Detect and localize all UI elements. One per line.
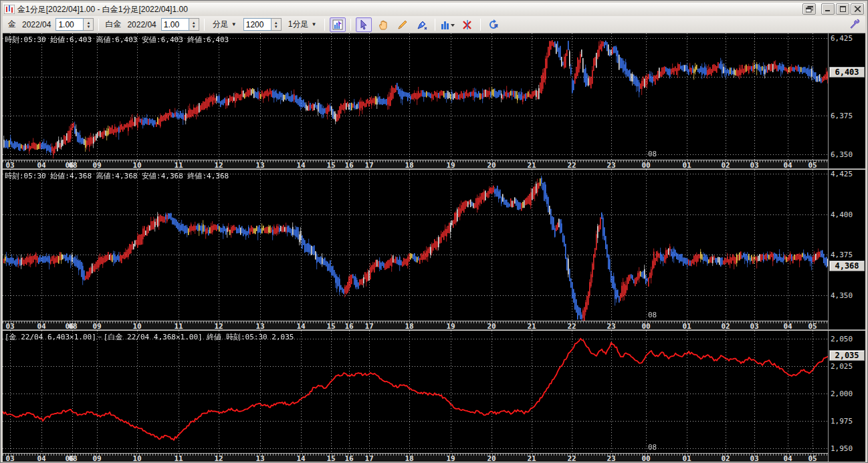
time-label: 05 bbox=[808, 454, 817, 462]
platinum-time-axis: 0304060809101112131415161718192021222300… bbox=[3, 321, 829, 329]
price-axis-label: 6,425 bbox=[831, 34, 853, 43]
bar-count-spin-buttons[interactable]: ▲▼ bbox=[272, 18, 282, 31]
time-label: 20 bbox=[487, 322, 496, 329]
time-label: 13 bbox=[255, 322, 264, 329]
close-button[interactable] bbox=[851, 3, 864, 15]
spread-chart-panel: [金 22/04 6,403×1.00]－[白金 22/04 4,368×1.0… bbox=[3, 331, 865, 462]
clear-indicators-button[interactable] bbox=[459, 17, 475, 32]
time-label: 03 bbox=[750, 454, 758, 462]
time-label: 05 bbox=[808, 161, 817, 168]
time-label: 00 bbox=[641, 161, 650, 168]
time-label: 17 bbox=[364, 454, 373, 462]
interval-type-label: 分足 bbox=[213, 19, 229, 30]
platinum-multiplier-spinner: ▲▼ bbox=[161, 18, 199, 31]
time-label: 08 bbox=[68, 454, 77, 462]
time-label: 14 bbox=[296, 454, 305, 462]
time-label: 20 bbox=[487, 161, 496, 168]
time-label: 22 bbox=[567, 161, 576, 168]
pan-tool-button[interactable] bbox=[375, 17, 391, 32]
toolbar-separator bbox=[435, 19, 435, 31]
spin-down-icon[interactable]: ▼ bbox=[86, 25, 90, 29]
close-icon bbox=[855, 6, 861, 12]
draw-line-button[interactable] bbox=[395, 17, 411, 32]
toolbar-separator bbox=[480, 19, 481, 31]
platinum-price-axis: 4,368 4,4254,4004,3754,350 bbox=[828, 170, 865, 329]
time-label: 17 bbox=[364, 322, 373, 329]
spread-chart-canvas[interactable] bbox=[3, 331, 829, 453]
minimize-icon bbox=[825, 6, 831, 12]
chart-cursor-tool-button[interactable] bbox=[330, 17, 346, 32]
spin-down-icon[interactable]: ▼ bbox=[192, 25, 196, 29]
gold-time-axis: 0304060809101112131415161718192021222300… bbox=[3, 160, 829, 168]
time-label: 09 bbox=[92, 161, 101, 168]
chart-style-button[interactable] bbox=[440, 17, 456, 32]
timeframe-dropdown[interactable]: 1分足 ▼ bbox=[285, 17, 320, 31]
price-axis-label: 4,375 bbox=[831, 251, 853, 259]
chevron-down-icon: ▼ bbox=[231, 21, 237, 27]
time-label: 23 bbox=[607, 322, 615, 329]
select-tool-button[interactable] bbox=[356, 17, 372, 32]
platinum-symbol-label: 白金 bbox=[104, 19, 122, 30]
pencil-icon bbox=[397, 19, 408, 30]
time-label: 18 bbox=[405, 322, 413, 329]
time-label: 23 bbox=[607, 161, 615, 168]
interval-type-dropdown[interactable]: 分足 ▼ bbox=[209, 17, 240, 31]
time-label: 03 bbox=[750, 161, 758, 168]
settings-wrench-icon[interactable] bbox=[849, 19, 860, 31]
minimize-button[interactable] bbox=[821, 3, 835, 15]
time-label: 04 bbox=[37, 454, 45, 462]
gold-contract-month[interactable]: 2022/04 bbox=[21, 20, 52, 29]
bar-style-icon bbox=[441, 19, 455, 30]
chevron-down-icon: ▼ bbox=[311, 21, 316, 27]
toolbar: 金 2022/04 ▲▼ 白金 2022/04 ▲▼ 分足 ▼ ▲▼ 1分足 ▼ bbox=[3, 16, 865, 33]
gold-multiplier-input[interactable] bbox=[56, 18, 84, 31]
price-axis-label: 6,350 bbox=[831, 150, 853, 159]
annotation-pen-button[interactable] bbox=[414, 17, 430, 32]
platinum-multiplier-input[interactable] bbox=[161, 18, 189, 31]
gold-last-price-badge: 6,403 bbox=[829, 67, 865, 78]
maximize-button[interactable] bbox=[836, 3, 849, 15]
platinum-chart-canvas[interactable] bbox=[3, 170, 829, 321]
pan-hand-icon bbox=[378, 19, 389, 30]
spin-down-icon[interactable]: ▼ bbox=[274, 25, 278, 29]
time-label: 05 bbox=[808, 322, 817, 329]
time-label: 11 bbox=[174, 322, 183, 329]
refresh-button[interactable]: R bbox=[485, 17, 502, 32]
time-label: 04 bbox=[783, 161, 792, 168]
svg-text:R: R bbox=[494, 23, 498, 29]
time-label: 12 bbox=[214, 161, 223, 168]
pen-tool-icon bbox=[417, 19, 427, 30]
time-label: 21 bbox=[527, 454, 536, 462]
gold-price-axis: 6,403 6,4256,3756,350 bbox=[828, 33, 865, 168]
platinum-contract-month[interactable]: 2022/04 bbox=[126, 20, 157, 29]
time-label: 19 bbox=[446, 454, 455, 462]
platinum-multiplier-spin-buttons[interactable]: ▲▼ bbox=[189, 18, 199, 31]
time-label: 10 bbox=[132, 322, 141, 329]
time-label: 01 bbox=[682, 161, 691, 168]
app-candlestick-icon bbox=[4, 5, 15, 14]
title-bar[interactable]: 金1分足[2022/04]1.00 - 白金1分足[2022/04]1.00 bbox=[3, 3, 865, 16]
platinum-ohlc-readout: 時刻:05:30 始値:4,368 高値:4,368 安値:4,368 終値:4… bbox=[5, 171, 229, 181]
gold-chart-canvas[interactable] bbox=[3, 33, 829, 160]
time-label: 14 bbox=[296, 161, 305, 168]
price-axis-label: 6,375 bbox=[831, 112, 853, 120]
time-label: 03 bbox=[5, 322, 14, 329]
time-label: 16 bbox=[344, 161, 353, 168]
price-axis-label: 4,350 bbox=[831, 291, 853, 300]
spread-last-price-badge: 2,035 bbox=[829, 350, 865, 361]
time-label: 00 bbox=[641, 322, 650, 329]
time-label: 04 bbox=[37, 322, 45, 329]
gold-ohlc-readout: 時刻:05:30 始値:6,403 高値:6,403 安値:6,403 終値:6… bbox=[5, 35, 229, 45]
time-label: 00 bbox=[641, 454, 650, 462]
gold-multiplier-spin-buttons[interactable]: ▲▼ bbox=[84, 18, 94, 31]
time-label: 23 bbox=[607, 454, 615, 462]
toolbar-separator bbox=[98, 19, 99, 31]
cascade-window-button[interactable] bbox=[802, 3, 816, 15]
bar-count-input[interactable] bbox=[243, 18, 272, 31]
time-label: 02 bbox=[721, 161, 730, 168]
spread-formula-readout: [金 22/04 6,403×1.00]－[白金 22/04 4,368×1.0… bbox=[5, 332, 294, 342]
time-label: 01 bbox=[682, 454, 691, 462]
price-axis-label: 2,000 bbox=[831, 390, 853, 398]
time-label: 18 bbox=[405, 454, 413, 462]
price-axis-label: 2,050 bbox=[831, 335, 853, 343]
